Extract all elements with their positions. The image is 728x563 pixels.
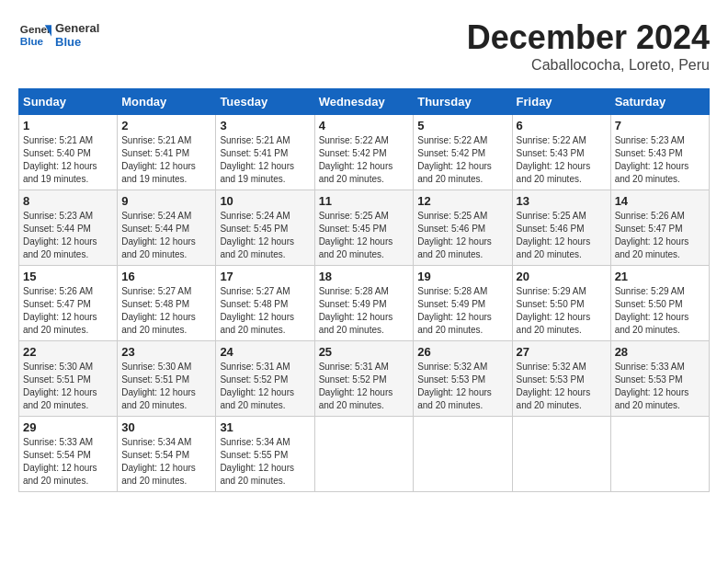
day-info: Sunrise: 5:32 AM Sunset: 5:53 PM Dayligh… xyxy=(517,361,607,412)
day-number: 19 xyxy=(417,270,507,283)
day-info: Sunrise: 5:32 AM Sunset: 5:53 PM Dayligh… xyxy=(417,361,507,412)
day-info: Sunrise: 5:29 AM Sunset: 5:50 PM Dayligh… xyxy=(517,285,607,337)
day-number: 6 xyxy=(517,119,607,132)
day-info: Sunrise: 5:21 AM Sunset: 5:41 PM Dayligh… xyxy=(220,134,310,186)
calendar-cell: 30Sunrise: 5:34 AM Sunset: 5:54 PM Dayli… xyxy=(118,417,216,492)
calendar-cell: 7Sunrise: 5:23 AM Sunset: 5:43 PM Daylig… xyxy=(610,115,709,190)
day-info: Sunrise: 5:23 AM Sunset: 5:43 PM Dayligh… xyxy=(615,134,705,186)
day-info: Sunrise: 5:28 AM Sunset: 5:49 PM Dayligh… xyxy=(319,285,410,337)
month-title: December 2024 xyxy=(467,18,710,57)
day-number: 25 xyxy=(319,345,410,359)
calendar-cell: 12Sunrise: 5:25 AM Sunset: 5:46 PM Dayli… xyxy=(414,190,512,266)
day-number: 31 xyxy=(220,420,310,434)
day-number: 14 xyxy=(615,194,705,208)
calendar-cell: 26Sunrise: 5:32 AM Sunset: 5:53 PM Dayli… xyxy=(414,341,512,417)
location-title: Caballococha, Loreto, Peru xyxy=(467,57,710,74)
weekday-header: Tuesday xyxy=(216,89,314,115)
calendar-cell: 1Sunrise: 5:21 AM Sunset: 5:40 PM Daylig… xyxy=(19,115,118,190)
logo-blue-text: Blue xyxy=(55,35,99,49)
calendar-cell: 13Sunrise: 5:25 AM Sunset: 5:46 PM Dayli… xyxy=(512,190,610,266)
svg-text:Blue: Blue xyxy=(20,35,44,47)
day-info: Sunrise: 5:27 AM Sunset: 5:48 PM Dayligh… xyxy=(121,285,211,337)
title-area: December 2024 Caballococha, Loreto, Peru xyxy=(467,18,710,74)
calendar-cell: 24Sunrise: 5:31 AM Sunset: 5:52 PM Dayli… xyxy=(216,341,314,417)
calendar-cell: 15Sunrise: 5:26 AM Sunset: 5:47 PM Dayli… xyxy=(19,266,118,341)
svg-text:General: General xyxy=(20,23,51,35)
day-number: 9 xyxy=(121,194,211,208)
calendar-cell: 2Sunrise: 5:21 AM Sunset: 5:41 PM Daylig… xyxy=(118,115,216,190)
day-number: 4 xyxy=(319,119,410,132)
day-info: Sunrise: 5:30 AM Sunset: 5:51 PM Dayligh… xyxy=(23,361,113,412)
day-number: 8 xyxy=(23,194,113,208)
calendar-cell: 23Sunrise: 5:30 AM Sunset: 5:51 PM Dayli… xyxy=(118,341,216,417)
day-info: Sunrise: 5:23 AM Sunset: 5:44 PM Dayligh… xyxy=(23,210,113,261)
day-info: Sunrise: 5:31 AM Sunset: 5:52 PM Dayligh… xyxy=(220,361,310,412)
calendar-cell: 27Sunrise: 5:32 AM Sunset: 5:53 PM Dayli… xyxy=(512,341,610,417)
day-info: Sunrise: 5:22 AM Sunset: 5:42 PM Dayligh… xyxy=(319,134,410,186)
weekday-header: Thursday xyxy=(414,89,512,115)
day-info: Sunrise: 5:22 AM Sunset: 5:43 PM Dayligh… xyxy=(517,134,607,186)
day-number: 5 xyxy=(417,119,507,132)
day-number: 28 xyxy=(615,345,705,359)
day-info: Sunrise: 5:30 AM Sunset: 5:51 PM Dayligh… xyxy=(121,361,211,412)
calendar-cell: 28Sunrise: 5:33 AM Sunset: 5:53 PM Dayli… xyxy=(610,341,709,417)
calendar-cell: 20Sunrise: 5:29 AM Sunset: 5:50 PM Dayli… xyxy=(512,266,610,341)
calendar-cell: 22Sunrise: 5:30 AM Sunset: 5:51 PM Dayli… xyxy=(19,341,118,417)
calendar-cell: 29Sunrise: 5:33 AM Sunset: 5:54 PM Dayli… xyxy=(19,417,118,492)
calendar-cell xyxy=(512,417,610,492)
day-info: Sunrise: 5:31 AM Sunset: 5:52 PM Dayligh… xyxy=(319,361,410,412)
day-number: 7 xyxy=(615,119,705,132)
calendar-cell: 6Sunrise: 5:22 AM Sunset: 5:43 PM Daylig… xyxy=(512,115,610,190)
day-info: Sunrise: 5:29 AM Sunset: 5:50 PM Dayligh… xyxy=(615,285,705,337)
logo-icon: General Blue xyxy=(18,18,51,52)
calendar-cell: 16Sunrise: 5:27 AM Sunset: 5:48 PM Dayli… xyxy=(118,266,216,341)
day-info: Sunrise: 5:34 AM Sunset: 5:55 PM Dayligh… xyxy=(220,436,310,488)
weekday-header: Sunday xyxy=(19,89,118,115)
calendar-cell: 14Sunrise: 5:26 AM Sunset: 5:47 PM Dayli… xyxy=(610,190,709,266)
day-number: 23 xyxy=(121,345,211,359)
calendar-cell: 10Sunrise: 5:24 AM Sunset: 5:45 PM Dayli… xyxy=(216,190,314,266)
day-number: 15 xyxy=(23,270,113,283)
day-number: 24 xyxy=(220,345,310,359)
day-info: Sunrise: 5:22 AM Sunset: 5:42 PM Dayligh… xyxy=(417,134,507,186)
day-info: Sunrise: 5:33 AM Sunset: 5:53 PM Dayligh… xyxy=(615,361,705,412)
calendar-table: SundayMondayTuesdayWednesdayThursdayFrid… xyxy=(18,88,710,492)
day-number: 27 xyxy=(517,345,607,359)
day-info: Sunrise: 5:33 AM Sunset: 5:54 PM Dayligh… xyxy=(23,436,113,488)
day-info: Sunrise: 5:25 AM Sunset: 5:46 PM Dayligh… xyxy=(417,210,507,261)
calendar-cell: 19Sunrise: 5:28 AM Sunset: 5:49 PM Dayli… xyxy=(414,266,512,341)
calendar-cell: 3Sunrise: 5:21 AM Sunset: 5:41 PM Daylig… xyxy=(216,115,314,190)
calendar-week-row: 1Sunrise: 5:21 AM Sunset: 5:40 PM Daylig… xyxy=(19,115,710,190)
calendar-week-row: 22Sunrise: 5:30 AM Sunset: 5:51 PM Dayli… xyxy=(19,341,710,417)
day-info: Sunrise: 5:21 AM Sunset: 5:41 PM Dayligh… xyxy=(121,134,211,186)
page-header: General Blue General Blue December 2024 … xyxy=(18,18,710,74)
day-number: 18 xyxy=(319,270,410,283)
day-info: Sunrise: 5:24 AM Sunset: 5:44 PM Dayligh… xyxy=(121,210,211,261)
weekday-header: Wednesday xyxy=(314,89,414,115)
day-number: 22 xyxy=(23,345,113,359)
day-number: 13 xyxy=(517,194,607,208)
day-info: Sunrise: 5:27 AM Sunset: 5:48 PM Dayligh… xyxy=(220,285,310,337)
calendar-cell: 17Sunrise: 5:27 AM Sunset: 5:48 PM Dayli… xyxy=(216,266,314,341)
day-number: 16 xyxy=(121,270,211,283)
day-number: 17 xyxy=(220,270,310,283)
logo: General Blue General Blue xyxy=(18,18,99,52)
day-number: 10 xyxy=(220,194,310,208)
calendar-week-row: 15Sunrise: 5:26 AM Sunset: 5:47 PM Dayli… xyxy=(19,266,710,341)
calendar-cell: 8Sunrise: 5:23 AM Sunset: 5:44 PM Daylig… xyxy=(19,190,118,266)
calendar-cell: 4Sunrise: 5:22 AM Sunset: 5:42 PM Daylig… xyxy=(314,115,414,190)
weekday-header: Friday xyxy=(512,89,610,115)
day-number: 26 xyxy=(417,345,507,359)
day-number: 21 xyxy=(615,270,705,283)
calendar-header-row: SundayMondayTuesdayWednesdayThursdayFrid… xyxy=(19,89,710,115)
day-info: Sunrise: 5:34 AM Sunset: 5:54 PM Dayligh… xyxy=(121,436,211,488)
day-info: Sunrise: 5:24 AM Sunset: 5:45 PM Dayligh… xyxy=(220,210,310,261)
day-number: 11 xyxy=(319,194,410,208)
calendar-cell xyxy=(314,417,414,492)
day-info: Sunrise: 5:26 AM Sunset: 5:47 PM Dayligh… xyxy=(23,285,113,337)
calendar-cell: 25Sunrise: 5:31 AM Sunset: 5:52 PM Dayli… xyxy=(314,341,414,417)
calendar-cell: 18Sunrise: 5:28 AM Sunset: 5:49 PM Dayli… xyxy=(314,266,414,341)
day-number: 29 xyxy=(23,420,113,434)
weekday-header: Monday xyxy=(118,89,216,115)
calendar-cell: 9Sunrise: 5:24 AM Sunset: 5:44 PM Daylig… xyxy=(118,190,216,266)
